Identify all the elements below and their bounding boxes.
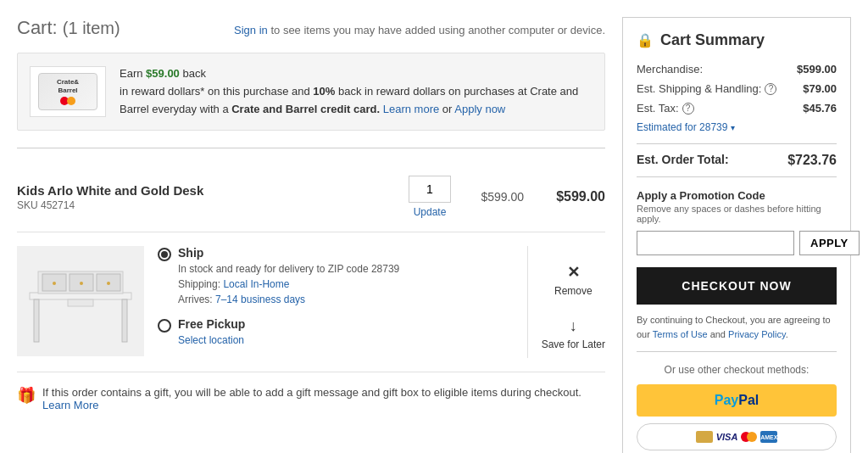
tax-help-icon[interactable]: ? <box>682 103 694 115</box>
save-for-later-button[interactable]: ↓ Save for Later <box>542 317 605 350</box>
chip-icon <box>696 431 713 443</box>
amex-icon: AMEX <box>760 431 777 443</box>
product-sku: SKU 452714 <box>17 199 395 211</box>
checkout-button[interactable]: CHECKOUT NOW <box>637 267 837 305</box>
promo-subtitle: Remove any spaces or dashes before hitti… <box>637 204 837 224</box>
total-price: $599.00 <box>537 189 605 204</box>
product-name: Kids Arlo White and Gold Desk <box>17 183 395 198</box>
shipping-options: Ship In stock and ready for delivery to … <box>158 246 514 358</box>
svg-rect-7 <box>68 299 93 306</box>
promo-input-row: APPLY <box>637 231 837 255</box>
cart-summary-title: 🔒 Cart Summary <box>637 31 837 49</box>
paypal-button[interactable]: PayPal <box>637 384 837 417</box>
card-methods-button[interactable]: VISA AMEX <box>637 423 837 450</box>
signin-link[interactable]: Sign in <box>234 24 268 36</box>
merchandise-row: Merchandise: $599.00 <box>637 63 837 76</box>
rewards-card: Crate&Barrel <box>38 73 97 110</box>
actions-col: ✕ Remove ↓ Save for Later <box>527 246 605 358</box>
shipping-row: Est. Shipping & Handling: ? $79.00 <box>637 82 837 95</box>
shipping-label: Est. Shipping & Handling: ? <box>637 82 776 95</box>
save-icon: ↓ <box>570 317 577 335</box>
shipping-link[interactable]: Local In-Home <box>223 278 289 290</box>
lock-icon: 🔒 <box>637 32 654 48</box>
mastercard-icon <box>741 432 757 442</box>
apply-now-link[interactable]: Apply now <box>454 103 505 115</box>
ship-label: Ship <box>178 246 399 260</box>
svg-point-9 <box>80 282 83 285</box>
promo-title: Apply a Promotion Code <box>637 189 837 202</box>
tax-value: $45.76 <box>803 102 837 115</box>
svg-rect-6 <box>122 299 127 342</box>
pickup-radio[interactable] <box>158 319 171 333</box>
privacy-link[interactable]: Privacy Policy <box>728 329 786 339</box>
gift-message: 🎁 If this order contains a gift, you wil… <box>17 372 605 425</box>
quantity-input[interactable] <box>409 176 451 203</box>
cart-summary-panel: 🔒 Cart Summary Merchandise: $599.00 Est.… <box>622 17 851 453</box>
rewards-text: Earn $59.00 back in reward dollars* on t… <box>120 65 593 118</box>
update-link[interactable]: Update <box>414 206 447 218</box>
merchandise-label: Merchandise: <box>637 63 703 76</box>
zip-estimate-link[interactable]: Estimated for 28739 ▾ <box>637 121 837 133</box>
pickup-option: Free Pickup Select location <box>158 317 514 348</box>
apply-button[interactable]: APPLY <box>799 231 860 255</box>
shipping-help-icon[interactable]: ? <box>765 83 776 95</box>
remove-button[interactable]: ✕ Remove <box>554 263 593 297</box>
shipping-value: $79.00 <box>803 82 837 95</box>
card-icons: VISA AMEX <box>696 431 778 443</box>
pickup-label: Free Pickup <box>178 317 245 331</box>
product-info: Kids Arlo White and Gold Desk SKU 452714 <box>17 183 395 211</box>
order-total-row: Est. Order Total: $723.76 <box>637 143 837 177</box>
cart-title: Cart: (1 item) <box>17 17 120 39</box>
alt-checkout-label: Or use other checkout methods: <box>637 364 837 376</box>
learn-more-link[interactable]: Learn more <box>383 103 439 115</box>
promo-input[interactable] <box>637 231 794 255</box>
rewards-logo: Crate&Barrel <box>30 66 106 117</box>
tax-label: Est. Tax: ? <box>637 102 694 115</box>
ship-radio[interactable] <box>158 248 171 261</box>
merchandise-value: $599.00 <box>797 63 837 76</box>
order-total-label: Est. Order Total: <box>637 153 729 168</box>
terms-text: By continuing to Checkout, you are agree… <box>637 313 837 341</box>
product-image <box>17 246 144 356</box>
select-location-link[interactable]: Select location <box>178 334 244 346</box>
svg-point-8 <box>53 282 56 285</box>
arrives-link[interactable]: 7–14 business days <box>215 294 305 305</box>
ship-option: Ship In stock and ready for delivery to … <box>158 246 514 307</box>
svg-rect-5 <box>34 299 39 342</box>
svg-point-10 <box>107 282 110 285</box>
gift-learn-more-link[interactable]: Learn More <box>42 399 98 411</box>
visa-icon: VISA <box>716 432 738 442</box>
tax-row: Est. Tax: ? $45.76 <box>637 102 837 115</box>
order-total-value: $723.76 <box>787 153 837 168</box>
signin-prompt: Sign in to see items you may have added … <box>234 24 605 36</box>
product-row: Kids Arlo White and Gold Desk SKU 452714… <box>17 162 605 232</box>
promo-section: Apply a Promotion Code Remove any spaces… <box>637 189 837 255</box>
rewards-banner: Crate&Barrel Earn $59.00 back in reward … <box>17 53 605 131</box>
alt-checkout: Or use other checkout methods: PayPal VI… <box>637 351 837 450</box>
chevron-down-icon: ▾ <box>731 123 735 132</box>
product-detail-row: Ship In stock and ready for delivery to … <box>17 232 605 372</box>
remove-icon: ✕ <box>567 263 580 282</box>
qty-section: Update <box>409 176 451 218</box>
gift-icon: 🎁 <box>17 386 36 405</box>
terms-link[interactable]: Terms of Use <box>653 329 708 339</box>
unit-price: $599.00 <box>465 190 524 204</box>
